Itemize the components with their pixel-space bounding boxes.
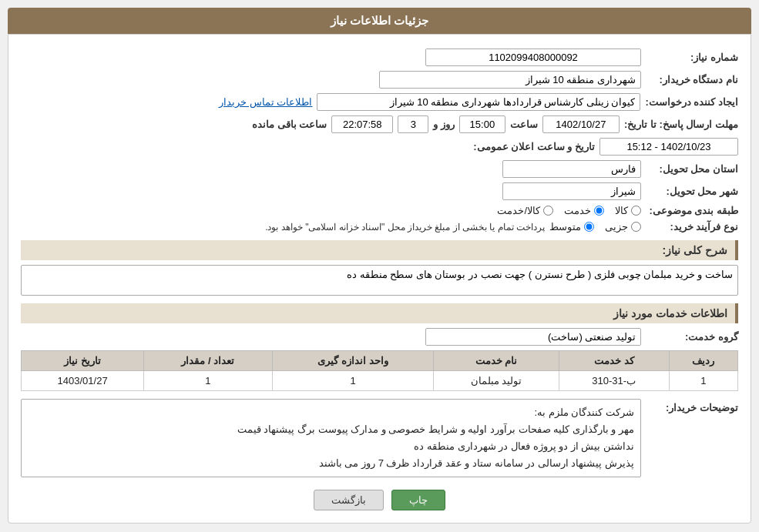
public-date-label: تاریخ و ساعت اعلان عمومی: [456,141,595,152]
category-option-kala[interactable]: کالا [615,205,641,216]
cell-quantity: 1 [144,371,272,391]
category-kala-khedmat-label: کالا/خدمت [497,205,540,216]
public-date-input[interactable] [599,138,738,156]
cell-unit: 1 [272,371,434,391]
cell-name: تولید مبلمان [434,371,559,391]
description-textarea[interactable] [21,265,738,296]
buyer-notes-content: شرکت کنندگان ملزم به: مهر و بارگذاری کلی… [21,399,641,477]
city-input[interactable] [502,182,641,200]
creator-input[interactable] [317,93,640,111]
category-radio-kala[interactable] [631,206,641,216]
cell-date: 1403/01/27 [22,371,144,391]
category-radio-kala-khedmat[interactable] [543,206,553,216]
services-table: ردیف کد خدمت نام خدمت واحد اندازه گیری ت… [21,350,738,391]
deadline-date-input[interactable] [542,115,620,133]
col-code: کد خدمت [559,351,669,371]
province-label: استان محل تحویل: [646,163,738,175]
purchase-type-radio-jozi[interactable] [631,222,641,232]
service-group-input[interactable] [425,328,641,346]
creator-contact-link[interactable]: اطلاعات تماس خریدار [219,96,312,108]
action-buttons: چاپ بازگشت [21,490,738,510]
category-option-khedmat[interactable]: خدمت [564,205,604,216]
purchase-type-jozi[interactable]: جزیی [605,221,641,233]
description-section-title: شرح کلی نیاز: [21,240,738,260]
buyer-notes-line2: مهر و بارگذاری کلیه صفحات برآورد اولیه و… [28,421,634,438]
deadline-time-label: ساعت [510,119,538,130]
buyer-notes-line1: شرکت کنندگان ملزم به: [28,404,634,421]
purchase-type-radio-motawaset[interactable] [584,222,594,232]
buyer-notes-line4: پذیرش پیشنهاد ارسالی در سامانه ستاد و عق… [28,455,634,472]
cell-code: ب-31-310 [559,371,669,391]
purchase-type-label: نوع فرآیند خرید: [646,221,738,233]
category-khedmat-label: خدمت [564,205,591,216]
service-group-label: گروه خدمت: [646,331,738,343]
category-option-kala-khedmat[interactable]: کالا/خدمت [497,205,553,216]
purchase-jozi-label: جزیی [605,221,628,233]
deadline-remaining-label: ساعت باقی مانده [252,119,327,130]
back-button[interactable]: بازگشت [314,490,384,510]
city-label: شهر محل تحویل: [646,186,738,197]
purchase-type-note: پرداخت تمام یا بخشی از مبلغ خریداز محل "… [265,222,545,233]
buyer-notes-label: توضیحات خریدار: [646,402,738,413]
deadline-time-input[interactable] [459,115,505,133]
province-input[interactable] [502,160,641,178]
page-header: جزئیات اطلاعات نیاز [8,8,751,34]
creator-label: ایجاد کننده درخواست: [645,96,738,108]
deadline-day-label: روز و [433,119,455,130]
org-name-input[interactable] [379,71,641,89]
category-radio-group: کالا خدمت کالا/خدمت [497,205,641,216]
purchase-type-motawaset[interactable]: متوسط [549,221,594,233]
purchase-motawaset-label: متوسط [549,221,581,233]
org-name-label: نام دستگاه خریدار: [646,74,738,85]
category-kala-label: کالا [615,205,628,216]
request-number-input[interactable] [425,49,641,66]
deadline-remaining-input[interactable] [331,115,393,133]
table-row: 1ب-31-310تولید مبلمان111403/01/27 [22,371,738,391]
category-label: طبقه بندی موضوعی: [646,205,738,216]
print-button[interactable]: چاپ [391,490,445,510]
buyer-notes-line3: نداشتن بیش از دو پروژه فعال در شهرداری م… [28,438,634,455]
deadline-label: مهلت ارسال پاسخ: تا تاریخ: [624,119,738,130]
category-radio-khedmat[interactable] [594,206,604,216]
col-qty: تعداد / مقدار [144,351,272,371]
purchase-type-radio-group: جزیی متوسط [549,221,641,233]
request-number-label: شماره نیاز: [646,52,738,63]
cell-row: 1 [669,371,737,391]
services-section-title: اطلاعات خدمات مورد نیاز [21,303,738,323]
col-date: تاریخ نیاز [22,351,144,371]
deadline-day-input[interactable] [398,115,428,133]
col-unit: واحد اندازه گیری [272,351,434,371]
col-name: نام خدمت [434,351,559,371]
col-row: ردیف [669,351,737,371]
